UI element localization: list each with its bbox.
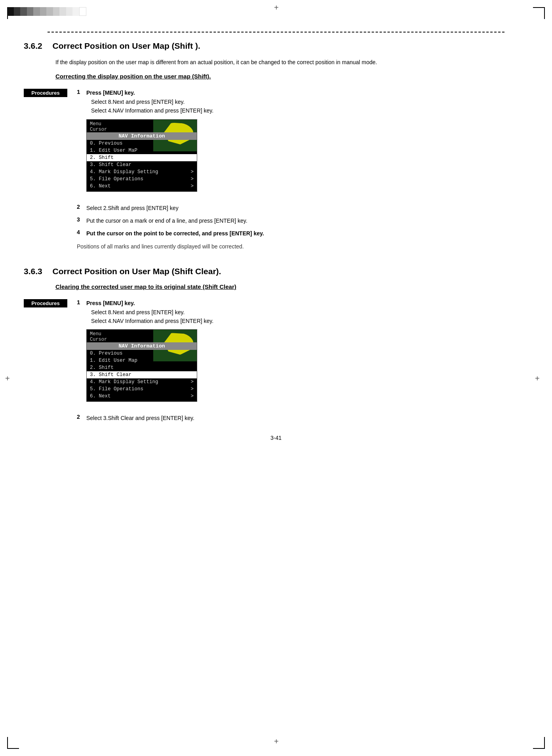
menu2-item-2-shift: 2. Shift bbox=[87, 364, 197, 371]
step-2-block: 2 Select 2.Shift and press [ENTER] key bbox=[77, 204, 528, 212]
section-362-title: Correct Position on User Map (Shift ). bbox=[53, 41, 200, 50]
step-3-text: Put the cursor on a mark or end of a lin… bbox=[86, 216, 247, 225]
step-363-2-text: Select 3.Shift Clear and press [ENTER] k… bbox=[86, 414, 194, 422]
corner-mark-tr bbox=[533, 7, 545, 19]
section-363-subheading: Clearing the corrected user map to its o… bbox=[55, 283, 528, 290]
corner-mark-bl bbox=[7, 737, 19, 749]
procedures-content-362: 1 Press [MENU] key. Select 8.Next and pr… bbox=[77, 88, 528, 199]
step-363-2-num: 2 bbox=[77, 414, 86, 422]
procedures-block-363: Procedures 1 Press [MENU] key. Select 8.… bbox=[24, 299, 528, 409]
page-number: 3-41 bbox=[24, 435, 528, 449]
menu-item-2-shift: 2. Shift bbox=[87, 154, 197, 161]
section-363-title: Correct Position on User Map (Shift Clea… bbox=[53, 267, 221, 276]
step-3-block: 3 Put the cursor on a mark or end of a l… bbox=[77, 216, 528, 225]
menu-screenshot-1: Menu Cursor NAV Information 0. Previous … bbox=[86, 119, 197, 192]
menu2-item-3-shift-clear: 3. Shift Clear bbox=[87, 371, 197, 378]
menu-item-5-file-ops: 5. File Operations bbox=[87, 176, 197, 183]
step-2-num: 2 bbox=[77, 204, 86, 212]
step-363-2-block: 2 Select 3.Shift Clear and press [ENTER]… bbox=[77, 414, 528, 422]
crosshair-bottom bbox=[276, 741, 284, 749]
proc-step1-num: 1 bbox=[77, 88, 86, 115]
step-4-block: 4 Put the cursor on the point to be corr… bbox=[77, 229, 528, 238]
proc-step-1: 1 Press [MENU] key. Select 8.Next and pr… bbox=[77, 88, 528, 115]
dashed-separator bbox=[48, 32, 504, 32]
section-362-body: If the display position on the user map … bbox=[55, 58, 528, 67]
procedures-badge-363: Procedures bbox=[24, 299, 67, 307]
step-4-num: 4 bbox=[77, 229, 86, 238]
proc-step1-text: Press [MENU] key. Select 8.Next and pres… bbox=[86, 88, 213, 115]
step-4-text: Put the cursor on the point to be correc… bbox=[86, 229, 264, 238]
proc-363-step1-num: 1 bbox=[77, 299, 86, 325]
crosshair-top bbox=[276, 7, 284, 15]
procedures-content-363: 1 Press [MENU] key. Select 8.Next and pr… bbox=[77, 299, 528, 409]
menu2-item-5-file-ops: 5. File Operations bbox=[87, 386, 197, 393]
menu-item-4-mark-display: 4. Mark Display Setting bbox=[87, 168, 197, 176]
section-363-number: 3.6.3 bbox=[24, 267, 42, 276]
crosshair-left bbox=[7, 378, 15, 386]
crosshair-right bbox=[537, 378, 545, 386]
step-2-text: Select 2.Shift and press [ENTER] key bbox=[86, 204, 179, 212]
page-content: 3.6.2 Correct Position on User Map (Shif… bbox=[0, 0, 552, 473]
menu-title-1: NAV Information bbox=[87, 132, 197, 140]
section-363-heading: 3.6.3 Correct Position on User Map (Shif… bbox=[24, 267, 528, 276]
menu-item-6-next: 6. Next bbox=[87, 183, 197, 190]
menu-screenshot-2: Menu Cursor NAV Information 0. Previous … bbox=[86, 329, 197, 402]
menu-title-2: NAV Information bbox=[87, 342, 197, 350]
procedures-badge-362: Procedures bbox=[24, 89, 67, 97]
section-362-number: 3.6.2 bbox=[24, 41, 42, 50]
step-3-num: 3 bbox=[77, 216, 86, 225]
proc-363-step1-text: Press [MENU] key. Select 8.Next and pres… bbox=[86, 299, 213, 325]
section-362-heading: 3.6.2 Correct Position on User Map (Shif… bbox=[24, 41, 528, 51]
menu-item-3-shift-clear: 3. Shift Clear bbox=[87, 161, 197, 168]
positions-note: Positions of all marks and lines current… bbox=[77, 242, 528, 251]
corner-mark-br bbox=[533, 737, 545, 749]
proc-363-step-1: 1 Press [MENU] key. Select 8.Next and pr… bbox=[77, 299, 528, 325]
section-362-subheading: Correcting the display position on the u… bbox=[55, 73, 528, 80]
procedures-block-362: Procedures 1 Press [MENU] key. Select 8.… bbox=[24, 88, 528, 199]
menu2-item-6-next: 6. Next bbox=[87, 393, 197, 400]
menu2-item-4-mark-display: 4. Mark Display Setting bbox=[87, 378, 197, 386]
grayscale-bar bbox=[7, 7, 86, 16]
